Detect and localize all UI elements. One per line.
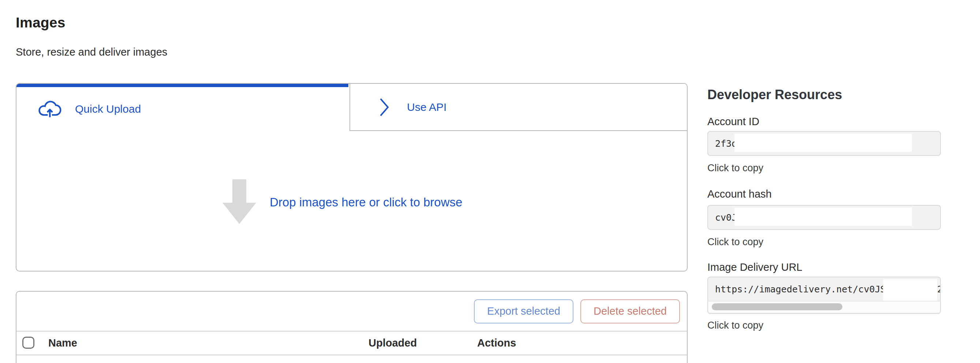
select-all-checkbox[interactable] xyxy=(22,337,34,349)
upload-panel: Quick Upload Use API Drop images here or… xyxy=(16,83,687,272)
chevron-right-icon xyxy=(380,97,389,118)
image-delivery-url-value: https://imagedelivery.net/cv0JS xyxy=(715,284,886,295)
page-title: Images xyxy=(16,14,167,31)
tab-quick-upload[interactable]: Quick Upload xyxy=(16,87,350,131)
account-hash-value: cv0J xyxy=(715,212,737,223)
developer-resources-sidebar: Developer Resources Account ID 2f3d Clic… xyxy=(707,87,941,350)
export-selected-button[interactable]: Export selected xyxy=(474,299,573,323)
cloud-upload-icon xyxy=(38,100,62,119)
redaction-overlay xyxy=(735,207,912,226)
column-header-uploaded: Uploaded xyxy=(369,337,417,349)
sidebar-title: Developer Resources xyxy=(707,87,842,102)
scrollbar-thumb[interactable] xyxy=(712,303,842,310)
redaction-overlay xyxy=(883,279,937,301)
active-tab-indicator xyxy=(16,84,348,87)
clipped-url-character: 2 xyxy=(937,277,941,301)
redaction-overlay xyxy=(735,134,912,152)
images-table-panel: Export selected Delete selected Name Upl… xyxy=(16,291,687,363)
table-header-row: Name Uploaded Actions xyxy=(16,331,687,355)
account-hash-label: Account hash xyxy=(707,188,772,200)
account-id-label: Account ID xyxy=(707,116,759,128)
page-header: Images Store, resize and deliver images xyxy=(16,14,167,58)
dropzone[interactable]: Drop images here or click to browse xyxy=(16,132,687,271)
account-id-value: 2f3d xyxy=(715,139,737,149)
dropzone-label: Drop images here or click to browse xyxy=(270,196,462,209)
image-delivery-url-label: Image Delivery URL xyxy=(707,261,802,273)
account-hash-copy-hint: Click to copy xyxy=(707,236,764,248)
url-horizontal-scrollbar[interactable] xyxy=(708,301,940,312)
column-header-name: Name xyxy=(48,337,77,349)
tab-use-api-label: Use API xyxy=(407,101,447,113)
page-subtitle: Store, resize and deliver images xyxy=(16,46,167,58)
bulk-actions-row: Export selected Delete selected xyxy=(16,291,687,331)
delete-selected-button[interactable]: Delete selected xyxy=(581,299,680,323)
arrow-down-icon xyxy=(223,179,256,224)
account-hash-field[interactable]: cv0J xyxy=(707,205,941,230)
tab-use-api[interactable]: Use API xyxy=(350,84,687,131)
column-header-actions: Actions xyxy=(477,337,516,349)
tab-quick-upload-label: Quick Upload xyxy=(75,103,141,115)
account-id-field[interactable]: 2f3d xyxy=(707,131,941,156)
account-id-copy-hint: Click to copy xyxy=(707,162,764,174)
image-delivery-url-field[interactable]: https://imagedelivery.net/cv0JS 2 xyxy=(707,277,941,314)
image-delivery-url-copy-hint: Click to copy xyxy=(707,320,764,331)
